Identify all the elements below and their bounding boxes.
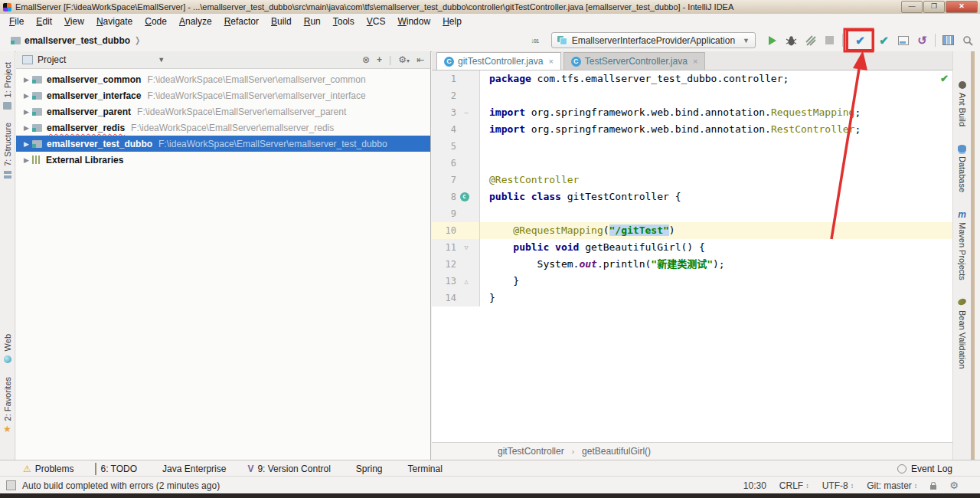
maximize-button[interactable]: ❐ xyxy=(923,1,945,13)
toolwindow-label: 9: Version Control xyxy=(257,464,330,474)
stripe-web[interactable]: Web xyxy=(2,334,12,364)
chevron-collapsed-icon[interactable]: ▶ xyxy=(21,156,32,164)
menu-tools[interactable]: Tools xyxy=(327,15,361,28)
close-tab-icon[interactable]: × xyxy=(693,57,697,66)
line-number: 12 xyxy=(432,256,456,273)
menu-refactor[interactable]: Refactor xyxy=(218,15,265,28)
code-text: package com.tfs.emallserver_test_dubbo.c… xyxy=(480,70,952,87)
stripe--structure[interactable]: 7: Structure xyxy=(2,123,12,179)
line-number: 14 xyxy=(432,290,456,306)
toolwindow-label: Spring xyxy=(356,464,383,474)
vcs-update-button[interactable]: ✔ xyxy=(846,29,874,51)
run-button[interactable] xyxy=(763,31,782,50)
line-number: 6 xyxy=(432,155,456,172)
menu-window[interactable]: Window xyxy=(391,15,436,28)
patch-button[interactable] xyxy=(893,31,913,50)
tab-testservercontroller-java[interactable]: CTestServerController.java× xyxy=(564,52,706,70)
breadcrumb-method[interactable]: getBeautifulGirl() xyxy=(582,446,651,457)
tree-item-emallserver-test-dubbo[interactable]: ▶emallserver_test_dubboF:\ideaWorkSpace\… xyxy=(16,136,430,152)
readonly-lock[interactable] xyxy=(930,482,936,490)
line-ending-selector[interactable]: CRLF↕ xyxy=(779,480,809,491)
menu-code[interactable]: Code xyxy=(139,15,173,28)
code-line-13: 13△ } xyxy=(432,273,952,290)
stripe--project[interactable]: 1: Project xyxy=(2,62,12,110)
menu-help[interactable]: Help xyxy=(436,15,468,28)
collapse-all-icon[interactable]: ⇤ xyxy=(416,54,424,65)
tree-item-emallserver-redis[interactable]: ▶emallserver_redisF:\ideaWorkSpace\Emall… xyxy=(16,120,430,136)
debug-button[interactable] xyxy=(782,31,801,50)
menu-file[interactable]: File xyxy=(3,15,30,28)
locate-icon[interactable]: + xyxy=(377,54,382,65)
chevron-collapsed-icon[interactable]: ▶ xyxy=(21,92,32,100)
close-button[interactable]: ✕ xyxy=(946,1,978,13)
coverage-button[interactable] xyxy=(801,31,820,50)
event-log-label: Event Log xyxy=(911,464,952,474)
tree-item-emallserver-common[interactable]: ▶emallserver_commonF:\ideaWorkSpace\Emal… xyxy=(16,71,430,87)
gutter: 11▽ xyxy=(432,239,480,256)
menu-analyze[interactable]: Analyze xyxy=(173,15,218,28)
fold-marker-icon[interactable]: − xyxy=(456,104,476,121)
stop-button[interactable] xyxy=(820,31,839,50)
module-folder-icon xyxy=(11,37,21,44)
token: out xyxy=(579,258,596,270)
stripe--favorites[interactable]: 2: Favorites★ xyxy=(2,377,12,434)
chevron-collapsed-icon[interactable]: ▶ xyxy=(21,124,32,132)
encoding-selector[interactable]: UTF-8↕ xyxy=(822,480,854,491)
breadcrumb-class[interactable]: gitTestController xyxy=(498,446,564,457)
stripe-ant-build[interactable]: Ant Build xyxy=(957,80,967,126)
code-line-8: 8cpublic class gitTestController { xyxy=(432,188,952,205)
chevron-collapsed-icon[interactable]: ▶ xyxy=(21,76,32,84)
tree-item-external-libraries[interactable]: ▶External Libraries xyxy=(16,152,430,168)
ant-icon xyxy=(957,80,967,90)
search-everywhere-button[interactable] xyxy=(958,31,977,50)
toolwindow-terminal[interactable]: Terminal xyxy=(404,464,443,474)
fold-marker-icon[interactable]: ▽ xyxy=(456,239,476,256)
code-text xyxy=(480,205,952,222)
stripe-database[interactable]: Database xyxy=(957,143,967,192)
project-view-dropdown[interactable]: ▼ xyxy=(158,56,165,64)
stripe-label: Database xyxy=(958,156,967,192)
tab-gittestcontroller-java[interactable]: CgitTestController.java× xyxy=(436,52,561,70)
module-folder-icon xyxy=(32,108,42,116)
run-configuration-select[interactable]: EmallserverInterfaceProviderApplication … xyxy=(551,32,756,48)
revert-button[interactable]: ↺ xyxy=(913,31,932,50)
close-tab-icon[interactable]: × xyxy=(548,57,553,66)
navigation-breadcrumb[interactable]: emallserver_test_dubbo ❭ xyxy=(11,35,141,46)
settings-window-button[interactable] xyxy=(939,31,958,50)
fold-marker-icon[interactable]: △ xyxy=(456,273,476,290)
menu-run[interactable]: Run xyxy=(298,15,327,28)
chevron-collapsed-icon[interactable]: ▶ xyxy=(21,140,32,148)
chevron-collapsed-icon[interactable]: ▶ xyxy=(21,108,32,116)
event-log-button[interactable]: Event Log xyxy=(897,460,952,477)
token: ) xyxy=(669,224,675,236)
menu-edit[interactable]: Edit xyxy=(30,15,58,28)
sort-config-icon[interactable]: ↓01 xyxy=(525,31,544,50)
tree-item-emallserver-interface[interactable]: ▶emallserver_interfaceF:\ideaWorkSpace\E… xyxy=(16,87,430,103)
minimize-button[interactable]: — xyxy=(901,1,923,13)
toolwindow-java-enterprise[interactable]: Java Enterprise xyxy=(158,464,226,474)
menu-build[interactable]: Build xyxy=(265,15,298,28)
token: } xyxy=(489,292,495,303)
git-branch-selector[interactable]: Git: master↕ xyxy=(867,480,917,491)
toolwindow-label: 6: TODO xyxy=(100,464,137,474)
breadcrumb-module[interactable]: emallserver_test_dubbo xyxy=(24,35,130,46)
code-editor[interactable]: 1package com.tfs.emallserver_test_dubbo.… xyxy=(432,70,952,443)
stripe-maven-projects[interactable]: mMaven Projects xyxy=(957,209,967,280)
toolwindow-spring[interactable]: Spring xyxy=(352,464,383,474)
vcs-commit-button[interactable]: ✔ xyxy=(874,31,893,50)
gear-icon[interactable]: ⚙▾ xyxy=(398,54,410,65)
menu-view[interactable]: View xyxy=(58,15,90,28)
toolwindow-problems[interactable]: ⚠Problems xyxy=(23,464,74,474)
highlight-level-gear[interactable]: ⚙ xyxy=(949,480,959,490)
toolwindow--version-control[interactable]: V9: Version Control xyxy=(247,464,330,474)
stripe-bean-validation[interactable]: Bean Validation xyxy=(957,297,967,369)
project-panel-header: Project ▼ ⊗ + | ⚙▾ ⇤ xyxy=(16,51,430,69)
tree-item-emallserver-parent[interactable]: ▶emallserver_parentF:\ideaWorkSpace\Emal… xyxy=(16,103,430,120)
stripe-label: 1: Project xyxy=(3,62,12,97)
close-panel-icon[interactable]: ⊗ xyxy=(362,54,370,65)
toolwindow--todo[interactable]: 6: TODO xyxy=(95,464,137,474)
tool-window-buttons: ⚠Problems6: TODOJava EnterpriseV9: Versi… xyxy=(0,464,443,474)
menu-vcs[interactable]: VCS xyxy=(361,15,392,28)
menu-navigate[interactable]: Navigate xyxy=(90,15,139,28)
structure-icon xyxy=(2,169,12,179)
